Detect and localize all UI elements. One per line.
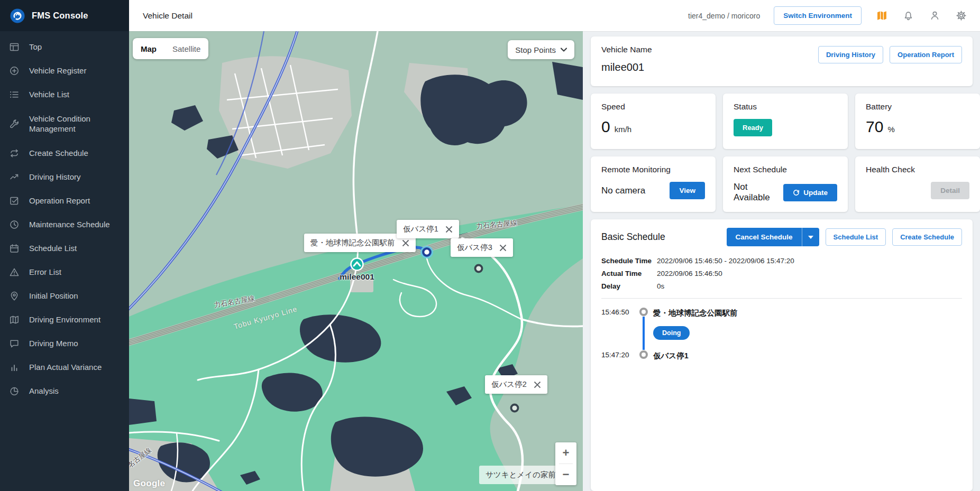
sidebar-item-label: Operation Report [29,196,90,206]
zoom-out-button[interactable]: − [555,464,576,485]
notifications-bell-icon[interactable] [902,10,914,22]
sidebar-item-initial-position[interactable]: Initial Position [0,284,129,308]
timeline-time: 15:46:50 [601,308,634,316]
cancel-schedule-split-button: Cancel Schedule [727,228,819,246]
map-orange-icon[interactable] [875,10,888,22]
operation-report-button[interactable]: Operation Report [890,46,962,63]
vehicle-detail-panel: Vehicle Name milee001 Driving History Op… [583,31,980,491]
next-schedule-label: Next Schedule [734,165,837,174]
user-profile-icon[interactable] [928,10,941,22]
sidebar-item-label: Create Schedule [29,148,88,158]
divider [601,298,962,299]
next-schedule-card: Next Schedule Not Available Update [723,156,848,212]
remote-monitoring-value: No camera [601,186,645,196]
map-icon [9,314,20,325]
sidebar-item-vehicle-register[interactable]: Vehicle Register [0,59,129,82]
close-icon[interactable] [534,381,541,388]
map-type-satellite-button[interactable]: Satellite [164,38,208,59]
close-icon[interactable] [445,226,453,233]
schedule-info-rows: Schedule Time 2022/09/06 15:46:50 - 2022… [601,257,962,290]
account-label: tier4_demo / moricoro [688,12,760,20]
map-canvas[interactable]: Map Satellite Stop Points 愛・地球博記念公園駅前 仮バ… [129,31,583,491]
update-label: Update [803,189,828,197]
sidebar-item-error-list[interactable]: Error List [0,260,129,284]
bar-chart-icon [9,362,20,373]
health-check-label: Health Check [866,165,969,174]
view-camera-button[interactable]: View [670,182,705,199]
remote-monitoring-label: Remote Monitoring [601,165,705,174]
cancel-schedule-dropdown[interactable] [802,228,819,246]
health-check-detail-button[interactable]: Detail [931,182,969,199]
stop-points-dropdown[interactable]: Stop Points [508,40,574,59]
stop-points-label: Stop Points [515,45,556,54]
sidebar-item-create-schedule[interactable]: Create Schedule [0,141,129,165]
clock-icon [9,219,20,230]
battery-card: Battery 70 % [855,94,980,149]
sidebar-item-vehicle-condition-management[interactable]: Vehicle Condition Management [0,106,129,141]
delay-label: Delay [601,282,657,290]
zoom-in-button[interactable]: + [555,442,576,464]
map-type-toggle: Map Satellite [133,38,208,59]
speed-label: Speed [601,102,705,112]
page-title: Vehicle Detail [129,11,193,21]
sidebar-item-analysis[interactable]: Analysis [0,379,129,403]
driving-history-button[interactable]: Driving History [818,46,883,63]
sidebar-item-label: Vehicle Register [29,66,86,76]
map-zoom-control: + − [555,442,576,485]
sidebar-item-top[interactable]: Top [0,35,129,59]
sidebar-item-driving-environment[interactable]: Driving Environment [0,308,129,331]
plus-circle-icon [9,66,20,76]
stop-label-text: サツキとメイの家前 [486,470,556,480]
sidebar-item-label: Driving Environment [29,314,100,325]
speed-unit: km/h [615,125,632,134]
actual-time-value: 2022/09/06 15:46:50 [657,270,962,277]
cancel-schedule-button[interactable]: Cancel Schedule [727,228,802,246]
fms-console-app: FMS Console Top Vehicle Register Vehicle… [0,0,980,491]
map-type-map-button[interactable]: Map [133,38,164,59]
sidebar-item-vehicle-list[interactable]: Vehicle List [0,82,129,106]
schedule-time-value: 2022/09/06 15:46:50 - 2022/09/06 15:47:2… [657,257,962,265]
timeline-time: 15:47:20 [601,350,634,359]
sidebar-item-schedule-list[interactable]: Schedule List [0,236,129,260]
sidebar-item-driving-memo[interactable]: Driving Memo [0,331,129,355]
timeline-dot [639,350,648,359]
doing-badge: Doing [653,326,690,340]
stop-label-text: 仮バス停1 [403,224,438,234]
status-badge: Ready [734,119,772,136]
stop-label-bus3: 仮バス停3 [451,238,513,257]
timeline-stop-2: 15:47:20 仮バス停1 [601,350,962,361]
map-basemap [129,31,583,491]
vehicle-marker-label[interactable]: milee001 [337,272,377,282]
battery-unit: % [887,125,894,134]
sidebar-item-driving-history[interactable]: Driving History [0,165,129,189]
sidebar-item-maintenance-schedule[interactable]: Maintenance Schedule [0,212,129,236]
schedule-list-button[interactable]: Schedule List [826,228,886,246]
settings-gear-icon[interactable] [955,10,967,22]
sidebar-item-label: Maintenance Schedule [29,219,110,229]
sidebar-item-label: Initial Position [29,291,78,301]
basic-schedule-card: Basic Schedule Cancel Schedule Schedule … [591,219,973,491]
battery-label: Battery [866,102,969,112]
stop-label-text: 仮バス停2 [491,379,527,390]
list-icon [9,89,20,100]
sidebar-item-operation-report[interactable]: Operation Report [0,189,129,212]
sidebar-item-plan-actual-variance[interactable]: Plan Actual Variance [0,355,129,379]
status-card: Status Ready [723,94,848,149]
sidebar-nav: Top Vehicle Register Vehicle List Vehicl… [0,31,129,403]
vehicle-marker [351,258,363,271]
close-icon[interactable] [499,244,507,252]
update-schedule-button[interactable]: Update [783,184,837,201]
stop-label-satsuki: サツキとメイの家前 [479,466,562,484]
health-check-card: Health Check Detail [855,156,980,212]
switch-environment-button[interactable]: Switch Environment [774,6,862,25]
speed-value: 0 [601,118,610,136]
next-schedule-value: Not Available [734,182,783,203]
refresh-icon [793,189,800,196]
schedule-time-label: Schedule Time [601,257,657,265]
create-schedule-button[interactable]: Create Schedule [892,228,962,246]
app-logo-row: FMS Console [0,0,129,31]
close-icon[interactable] [402,239,409,247]
metric-row-2: Remote Monitoring No camera View Next Sc… [591,156,980,212]
vehicle-name-label: Vehicle Name [601,45,652,54]
google-logo: Google [133,478,165,489]
